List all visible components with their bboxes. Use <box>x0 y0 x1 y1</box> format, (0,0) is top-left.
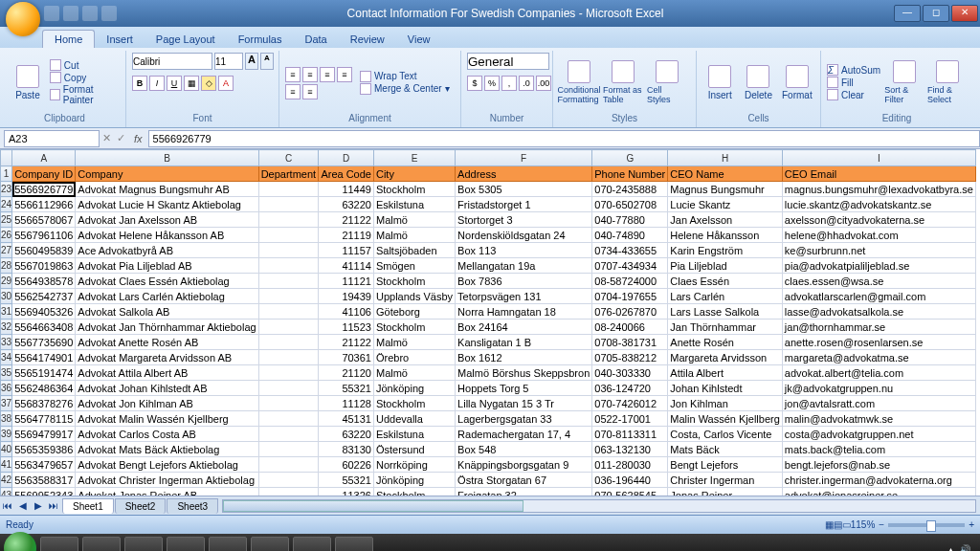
data-cell[interactable]: Costa, Carlos Vicente <box>668 427 783 442</box>
data-cell[interactable]: 0705-838212 <box>592 350 668 365</box>
column-header[interactable]: G <box>592 150 668 166</box>
data-cell[interactable]: 19439 <box>319 289 374 304</box>
row-header[interactable]: 1 <box>1 166 12 182</box>
data-cell[interactable]: 5567019863 <box>12 258 76 274</box>
data-cell[interactable]: Malin Wassén Kjellberg <box>668 411 783 427</box>
data-cell[interactable] <box>258 304 319 320</box>
data-cell[interactable] <box>258 457 319 473</box>
data-cell[interactable]: Malmö <box>373 228 455 243</box>
row-header[interactable]: 33 <box>1 335 12 350</box>
column-header[interactable]: H <box>668 150 783 166</box>
data-cell[interactable]: Jonas Reiner <box>668 488 783 496</box>
data-cell[interactable]: 0708-381731 <box>592 335 668 350</box>
data-cell[interactable]: Jan Axelsson <box>668 212 783 228</box>
taskbar-excel-icon[interactable] <box>209 537 247 551</box>
grow-font-icon[interactable]: A <box>245 53 258 70</box>
data-cell[interactable]: Pia Liljeblad <box>668 258 783 274</box>
zoom-out-button[interactable]: − <box>879 519 884 530</box>
data-cell[interactable] <box>258 258 319 274</box>
data-cell[interactable] <box>258 335 319 350</box>
row-header[interactable]: 37 <box>1 396 12 411</box>
data-cell[interactable]: 0704-197655 <box>592 289 668 304</box>
data-cell[interactable]: 63220 <box>319 427 374 442</box>
data-cell[interactable]: Norra Hamngatan 18 <box>456 304 592 320</box>
data-cell[interactable]: Stortorget 3 <box>456 212 592 228</box>
format-as-table-button[interactable]: Format as Table <box>603 60 643 104</box>
data-cell[interactable]: Mellangatan 19a <box>456 258 592 274</box>
data-cell[interactable]: 5568378276 <box>12 396 76 411</box>
column-header[interactable]: F <box>456 150 592 166</box>
data-cell[interactable]: Lucie Skantz <box>668 197 783 212</box>
cut-button[interactable]: Cut <box>50 59 120 71</box>
data-cell[interactable]: 70361 <box>319 350 374 365</box>
data-cell[interactable]: 5564663408 <box>12 320 76 335</box>
comma-icon[interactable]: , <box>501 76 517 91</box>
data-cell[interactable]: 5560495839 <box>12 243 76 258</box>
table-header-cell[interactable]: Company <box>76 166 258 182</box>
align-left-icon[interactable]: ≡ <box>337 67 352 82</box>
data-cell[interactable]: jon@avtalsratt.com <box>782 396 975 411</box>
data-cell[interactable]: 5564174901 <box>12 350 76 365</box>
data-cell[interactable]: axelsson@cityadvokaterna.se <box>782 212 975 228</box>
taskbar-word-icon[interactable] <box>167 537 205 551</box>
data-cell[interactable]: Advokat Salkola AB <box>76 304 258 320</box>
sheet-tab-sheet1[interactable]: Sheet1 <box>62 498 114 514</box>
data-cell[interactable]: Box 24164 <box>456 320 592 335</box>
minimize-button[interactable]: — <box>894 5 921 22</box>
data-cell[interactable]: 5566578067 <box>12 212 76 228</box>
data-cell[interactable]: Upplands Väsby <box>373 289 455 304</box>
data-cell[interactable]: 5565191474 <box>12 365 76 381</box>
cancel-formula-icon[interactable]: ✕ <box>102 132 111 144</box>
zoom-in-button[interactable]: + <box>969 519 974 530</box>
data-cell[interactable]: Box 5305 <box>456 182 592 197</box>
data-cell[interactable]: 21122 <box>319 212 374 228</box>
table-header-cell[interactable]: Address <box>456 166 592 182</box>
data-cell[interactable]: Advokat Claes Essén Aktiebolag <box>76 274 258 289</box>
tab-nav-next[interactable]: ▶ <box>31 500 46 511</box>
data-cell[interactable]: advokat@jonasreiner.se <box>782 488 975 496</box>
row-header[interactable]: 23 <box>1 182 12 197</box>
data-cell[interactable]: Smögen <box>373 258 455 274</box>
data-cell[interactable] <box>258 197 319 212</box>
sheet-tab-sheet2[interactable]: Sheet2 <box>115 498 167 514</box>
data-cell[interactable]: Jan Thörnhammar <box>668 320 783 335</box>
bold-button[interactable]: B <box>132 76 147 91</box>
data-cell[interactable]: Johan Kihlstedt <box>668 381 783 396</box>
underline-button[interactable]: U <box>167 76 182 91</box>
table-header-cell[interactable]: Area Code <box>319 166 374 182</box>
data-cell[interactable]: 21119 <box>319 228 374 243</box>
zoom-level[interactable]: 115% <box>851 519 876 530</box>
data-cell[interactable]: Box 113 <box>456 243 592 258</box>
font-name-select[interactable] <box>132 53 212 70</box>
border-button[interactable]: ▦ <box>184 76 199 91</box>
data-cell[interactable]: Norrköping <box>373 457 455 473</box>
row-header[interactable]: 30 <box>1 289 12 304</box>
data-cell[interactable] <box>258 243 319 258</box>
data-cell[interactable]: Advokat Lars Carlén Aktiebolag <box>76 289 258 304</box>
data-cell[interactable]: 5564778115 <box>12 411 76 427</box>
data-cell[interactable]: 11121 <box>319 274 374 289</box>
autosum-button[interactable]: ΣAutoSum <box>827 64 880 76</box>
data-cell[interactable]: Stockholm <box>373 488 455 496</box>
ribbon-tab-page-layout[interactable]: Page Layout <box>145 31 227 48</box>
data-cell[interactable]: 08-58724000 <box>592 274 668 289</box>
data-cell[interactable]: advokatlarscarlen@gmail.com <box>782 289 975 304</box>
data-cell[interactable]: Lilla Nygatan 15 3 Tr <box>456 396 592 411</box>
row-header[interactable]: 25 <box>1 212 12 228</box>
delete-cells-button[interactable]: Delete <box>741 65 775 100</box>
row-header[interactable]: 24 <box>1 197 12 212</box>
data-cell[interactable]: Eskilstuna <box>373 427 455 442</box>
data-cell[interactable]: 5566112966 <box>12 197 76 212</box>
data-cell[interactable]: Hoppets Torg 5 <box>456 381 592 396</box>
table-header-cell[interactable]: Phone Number <box>592 166 668 182</box>
paste-button[interactable]: Paste <box>10 65 46 100</box>
taskbar-explorer-icon[interactable] <box>124 537 163 551</box>
data-cell[interactable]: Advokat Margareta Arvidsson AB <box>76 350 258 365</box>
data-cell[interactable]: advokat.albert@telia.com <box>782 365 975 381</box>
ribbon-tab-review[interactable]: Review <box>339 31 396 48</box>
taskbar-firefox-icon[interactable] <box>82 537 121 551</box>
data-cell[interactable]: Kansligatan 1 B <box>456 335 592 350</box>
data-cell[interactable]: ke@surbrunn.net <box>782 243 975 258</box>
data-cell[interactable]: 0522-17001 <box>592 411 668 427</box>
clear-button[interactable]: Clear <box>827 89 880 100</box>
